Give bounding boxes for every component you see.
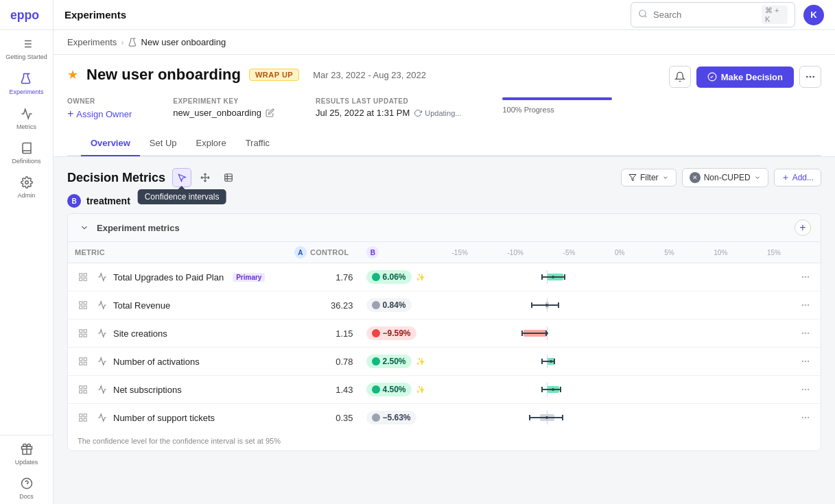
sentiment-circle [372, 329, 380, 337]
sentiment-circle [372, 301, 380, 309]
move-mode-button[interactable] [196, 168, 215, 187]
collapse-section-button[interactable] [78, 221, 91, 235]
tab-overview[interactable]: Overview [81, 131, 140, 156]
metric-col-header: Metric [68, 242, 287, 263]
treatment-cell: 2.50% ✨ [360, 348, 442, 376]
refresh-icon [414, 109, 422, 117]
cursor-icon [177, 173, 187, 182]
table-view-button[interactable] [219, 168, 238, 187]
tab-set-up[interactable]: Set Up [140, 131, 187, 156]
sidebar-item-updates[interactable]: Updates [0, 435, 53, 470]
svg-rect-51 [84, 358, 86, 361]
metric-more-button[interactable] [75, 353, 91, 370]
breadcrumb-separator: › [121, 37, 124, 47]
sidebar-item-definitions[interactable]: Definitions [0, 134, 53, 169]
svg-rect-53 [80, 362, 82, 365]
control-value: 1.15 [287, 320, 360, 348]
search-box[interactable]: ⌘ + K [631, 2, 795, 27]
metric-name: Total Upgrades to Paid Plan [113, 272, 224, 283]
metric-more-button[interactable] [75, 325, 91, 341]
more-options-button[interactable] [799, 66, 821, 88]
metric-more-button[interactable] [75, 409, 91, 426]
svg-rect-59 [84, 390, 86, 393]
svg-point-69 [805, 417, 805, 418]
avatar[interactable]: K [803, 5, 824, 25]
svg-point-35 [808, 276, 809, 277]
metric-more-button[interactable] [75, 297, 91, 313]
row-more-button[interactable] [797, 297, 814, 313]
sidebar-item-experiments[interactable]: Experiments [0, 65, 53, 100]
sidebar-item-admin[interactable]: Admin [0, 169, 53, 203]
row-more-button[interactable] [797, 353, 814, 370]
sidebar-item-label: Getting Started [5, 53, 47, 61]
metric-name-cell: Number of support tickets [68, 404, 287, 432]
variant-badge: B [67, 194, 81, 208]
svg-point-70 [808, 417, 809, 418]
filter-icon [628, 173, 637, 182]
filter-button[interactable]: Filter [621, 169, 677, 187]
row-more-button[interactable] [797, 381, 814, 398]
table-row: Number of activations 0.78 2.50% ✨ [68, 348, 821, 376]
chart-cell [442, 263, 790, 291]
chart-col-header: -15% -10% -5% 0% 5% 10% 15% [442, 242, 790, 263]
assign-owner-button[interactable]: + Assign Owner [67, 108, 132, 120]
svg-rect-46 [80, 334, 82, 337]
svg-rect-57 [80, 386, 82, 389]
metric-more-button[interactable] [75, 381, 91, 398]
add-button[interactable]: Add... [774, 169, 821, 187]
search-input[interactable] [653, 10, 756, 20]
sidebar-item-getting-started[interactable]: Getting Started [0, 30, 53, 65]
row-more-button[interactable] [797, 269, 814, 285]
make-decision-button[interactable]: Make Decision [696, 67, 794, 88]
sentiment-circle [372, 385, 380, 394]
table-row: Site creations 1.15 −9.59% [68, 320, 821, 348]
treatment-pct-badge: 2.50% [366, 355, 411, 368]
table-row: Net subscriptions 1.43 4.50% ✨ [68, 376, 821, 404]
metric-more-button[interactable] [75, 269, 91, 285]
sidebar-item-docs[interactable]: Docs [0, 470, 53, 504]
settings-icon [20, 176, 34, 189]
progress-label: 100% Progress [502, 106, 612, 114]
footnote: The confidence level for the confidence … [68, 431, 821, 451]
primary-badge: Primary [233, 273, 265, 282]
experiment-title: New user onboarding [86, 66, 241, 84]
cuped-button[interactable]: ✕ Non-CUPED [682, 168, 768, 187]
star-icon[interactable]: ★ [67, 67, 78, 82]
svg-point-49 [808, 333, 809, 333]
table-icon [224, 173, 233, 182]
svg-point-68 [802, 417, 803, 418]
sidebar-item-metrics[interactable]: Metrics [0, 100, 53, 134]
svg-rect-65 [84, 414, 86, 417]
metrics-table-wrap: Experiment metrics + Metric A control [67, 213, 821, 451]
treatment-pct-badge: 6.06% [366, 270, 411, 284]
svg-rect-44 [84, 330, 86, 333]
chart-cell [442, 348, 790, 376]
question-icon [20, 477, 34, 490]
sidebar-item-label: Experiments [9, 88, 43, 96]
metric-icon [96, 271, 108, 283]
variant-name: treatment [86, 195, 130, 206]
svg-marker-26 [629, 175, 636, 181]
add-metric-button[interactable]: + [795, 219, 811, 236]
sparkle-icon: ✨ [416, 357, 425, 366]
row-more-button[interactable] [797, 325, 814, 341]
svg-rect-52 [84, 362, 86, 365]
tab-traffic[interactable]: Traffic [236, 131, 279, 156]
row-actions-cell [790, 291, 821, 320]
control-col-header: A control [287, 242, 360, 263]
breadcrumb-parent[interactable]: Experiments [67, 37, 117, 47]
svg-point-61 [802, 389, 803, 389]
chart-line-icon [20, 107, 34, 121]
owner-label: OWNER [67, 97, 132, 105]
row-more-button[interactable] [797, 409, 814, 426]
actions-col-header [790, 242, 821, 263]
experiment-key-label: EXPERIMENT KEY [173, 97, 274, 105]
treatment-pct-badge: −5.63% [366, 411, 416, 424]
cursor-mode-button[interactable]: Confidence intervals [172, 168, 191, 187]
edit-icon[interactable] [266, 108, 274, 117]
tab-explore[interactable]: Explore [187, 131, 236, 156]
metric-icon [96, 411, 108, 424]
dm-toolbar-icons: Confidence intervals [172, 168, 238, 187]
notifications-button[interactable] [669, 66, 691, 88]
svg-rect-50 [80, 358, 82, 361]
